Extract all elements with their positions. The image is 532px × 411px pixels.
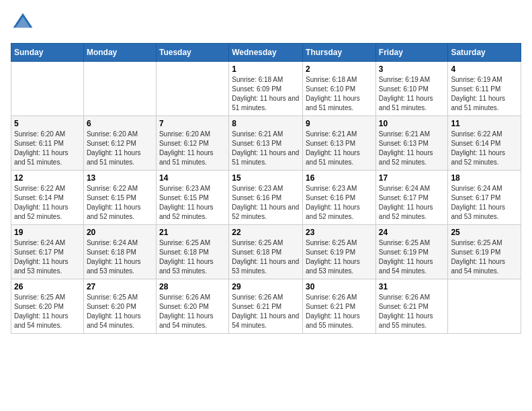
day-info: Sunrise: 6:21 AM Sunset: 6:13 PM Dayligh…	[232, 130, 300, 167]
day-number: 14	[159, 173, 226, 183]
day-number: 30	[306, 282, 373, 291]
page-header	[11, 11, 521, 35]
day-info: Sunrise: 6:25 AM Sunset: 6:20 PM Dayligh…	[87, 293, 153, 330]
day-cell: 22Sunrise: 6:25 AM Sunset: 6:18 PM Dayli…	[229, 225, 303, 279]
day-number: 3	[379, 64, 445, 74]
logo-icon	[11, 11, 35, 35]
day-info: Sunrise: 6:24 AM Sunset: 6:17 PM Dayligh…	[451, 184, 518, 222]
day-number: 2	[306, 64, 373, 74]
day-cell: 29Sunrise: 6:26 AM Sunset: 6:21 PM Dayli…	[229, 279, 303, 334]
day-info: Sunrise: 6:22 AM Sunset: 6:15 PM Dayligh…	[87, 184, 153, 222]
day-info: Sunrise: 6:23 AM Sunset: 6:16 PM Dayligh…	[232, 184, 300, 222]
day-number: 31	[379, 282, 445, 291]
day-info: Sunrise: 6:26 AM Sunset: 6:21 PM Dayligh…	[379, 293, 445, 330]
day-number: 5	[14, 119, 81, 128]
day-number: 26	[14, 282, 81, 291]
day-number: 13	[87, 173, 153, 183]
day-number: 4	[451, 64, 518, 74]
week-row-1: 1Sunrise: 6:18 AM Sunset: 6:09 PM Daylig…	[11, 62, 521, 116]
day-info: Sunrise: 6:21 AM Sunset: 6:13 PM Dayligh…	[306, 130, 373, 167]
header-row: SundayMondayTuesdayWednesdayThursdayFrid…	[11, 44, 521, 62]
day-number: 1	[232, 64, 300, 74]
day-info: Sunrise: 6:26 AM Sunset: 6:21 PM Dayligh…	[232, 293, 300, 330]
day-number: 21	[159, 228, 226, 237]
day-cell: 16Sunrise: 6:23 AM Sunset: 6:16 PM Dayli…	[303, 171, 376, 225]
day-cell: 1Sunrise: 6:18 AM Sunset: 6:09 PM Daylig…	[229, 62, 303, 116]
day-info: Sunrise: 6:20 AM Sunset: 6:12 PM Dayligh…	[87, 130, 153, 167]
day-number: 23	[306, 228, 373, 237]
day-info: Sunrise: 6:22 AM Sunset: 6:14 PM Dayligh…	[451, 130, 518, 167]
day-number: 17	[379, 173, 445, 183]
day-info: Sunrise: 6:25 AM Sunset: 6:19 PM Dayligh…	[306, 238, 373, 276]
day-cell: 26Sunrise: 6:25 AM Sunset: 6:20 PM Dayli…	[11, 279, 84, 334]
day-info: Sunrise: 6:23 AM Sunset: 6:16 PM Dayligh…	[306, 184, 373, 222]
day-number: 16	[306, 173, 373, 183]
calendar-table: SundayMondayTuesdayWednesdayThursdayFrid…	[11, 43, 521, 334]
day-cell: 10Sunrise: 6:21 AM Sunset: 6:13 PM Dayli…	[375, 116, 448, 171]
day-cell: 15Sunrise: 6:23 AM Sunset: 6:16 PM Dayli…	[229, 171, 303, 225]
day-cell: 17Sunrise: 6:24 AM Sunset: 6:17 PM Dayli…	[375, 171, 448, 225]
day-info: Sunrise: 6:25 AM Sunset: 6:18 PM Dayligh…	[159, 238, 226, 276]
day-info: Sunrise: 6:20 AM Sunset: 6:11 PM Dayligh…	[14, 130, 81, 167]
week-row-4: 19Sunrise: 6:24 AM Sunset: 6:17 PM Dayli…	[11, 225, 521, 279]
day-info: Sunrise: 6:25 AM Sunset: 6:20 PM Dayligh…	[14, 293, 81, 330]
day-info: Sunrise: 6:22 AM Sunset: 6:14 PM Dayligh…	[14, 184, 81, 222]
day-number: 15	[232, 173, 300, 183]
day-cell: 11Sunrise: 6:22 AM Sunset: 6:14 PM Dayli…	[448, 116, 521, 171]
col-header-wednesday: Wednesday	[229, 44, 303, 62]
logo	[11, 11, 38, 35]
day-number: 20	[87, 228, 153, 237]
day-info: Sunrise: 6:25 AM Sunset: 6:18 PM Dayligh…	[232, 238, 300, 276]
day-info: Sunrise: 6:24 AM Sunset: 6:18 PM Dayligh…	[87, 238, 153, 276]
day-cell	[11, 62, 84, 116]
day-number: 9	[306, 119, 373, 128]
day-cell: 7Sunrise: 6:20 AM Sunset: 6:12 PM Daylig…	[156, 116, 228, 171]
week-row-5: 26Sunrise: 6:25 AM Sunset: 6:20 PM Dayli…	[11, 279, 521, 334]
day-info: Sunrise: 6:23 AM Sunset: 6:15 PM Dayligh…	[159, 184, 226, 222]
day-cell: 25Sunrise: 6:25 AM Sunset: 6:19 PM Dayli…	[448, 225, 521, 279]
day-info: Sunrise: 6:18 AM Sunset: 6:09 PM Dayligh…	[232, 75, 300, 113]
day-cell: 20Sunrise: 6:24 AM Sunset: 6:18 PM Dayli…	[83, 225, 156, 279]
col-header-friday: Friday	[375, 44, 448, 62]
day-number: 7	[159, 119, 226, 128]
day-cell: 4Sunrise: 6:19 AM Sunset: 6:11 PM Daylig…	[448, 62, 521, 116]
day-cell	[156, 62, 228, 116]
day-info: Sunrise: 6:25 AM Sunset: 6:19 PM Dayligh…	[379, 238, 445, 276]
day-number: 10	[379, 119, 445, 128]
day-cell: 27Sunrise: 6:25 AM Sunset: 6:20 PM Dayli…	[83, 279, 156, 334]
day-number: 24	[379, 228, 445, 237]
day-number: 25	[451, 228, 518, 237]
day-info: Sunrise: 6:24 AM Sunset: 6:17 PM Dayligh…	[14, 238, 81, 276]
day-cell: 12Sunrise: 6:22 AM Sunset: 6:14 PM Dayli…	[11, 171, 84, 225]
day-cell: 5Sunrise: 6:20 AM Sunset: 6:11 PM Daylig…	[11, 116, 84, 171]
day-cell: 18Sunrise: 6:24 AM Sunset: 6:17 PM Dayli…	[448, 171, 521, 225]
day-info: Sunrise: 6:19 AM Sunset: 6:11 PM Dayligh…	[451, 75, 518, 113]
col-header-thursday: Thursday	[303, 44, 376, 62]
day-number: 8	[232, 119, 300, 128]
col-header-sunday: Sunday	[11, 44, 84, 62]
day-number: 12	[14, 173, 81, 183]
day-info: Sunrise: 6:26 AM Sunset: 6:21 PM Dayligh…	[306, 293, 373, 330]
day-number: 27	[87, 282, 153, 291]
day-info: Sunrise: 6:19 AM Sunset: 6:10 PM Dayligh…	[379, 75, 445, 113]
day-cell: 28Sunrise: 6:26 AM Sunset: 6:20 PM Dayli…	[156, 279, 228, 334]
day-cell: 13Sunrise: 6:22 AM Sunset: 6:15 PM Dayli…	[83, 171, 156, 225]
day-cell: 8Sunrise: 6:21 AM Sunset: 6:13 PM Daylig…	[229, 116, 303, 171]
day-cell: 30Sunrise: 6:26 AM Sunset: 6:21 PM Dayli…	[303, 279, 376, 334]
day-cell: 19Sunrise: 6:24 AM Sunset: 6:17 PM Dayli…	[11, 225, 84, 279]
week-row-2: 5Sunrise: 6:20 AM Sunset: 6:11 PM Daylig…	[11, 116, 521, 171]
day-cell	[83, 62, 156, 116]
day-info: Sunrise: 6:20 AM Sunset: 6:12 PM Dayligh…	[159, 130, 226, 167]
col-header-saturday: Saturday	[448, 44, 521, 62]
day-number: 22	[232, 228, 300, 237]
day-number: 29	[232, 282, 300, 291]
day-cell: 3Sunrise: 6:19 AM Sunset: 6:10 PM Daylig…	[375, 62, 448, 116]
day-number: 19	[14, 228, 81, 237]
day-number: 28	[159, 282, 226, 291]
day-cell: 9Sunrise: 6:21 AM Sunset: 6:13 PM Daylig…	[303, 116, 376, 171]
day-cell: 6Sunrise: 6:20 AM Sunset: 6:12 PM Daylig…	[83, 116, 156, 171]
week-row-3: 12Sunrise: 6:22 AM Sunset: 6:14 PM Dayli…	[11, 171, 521, 225]
day-cell: 2Sunrise: 6:18 AM Sunset: 6:10 PM Daylig…	[303, 62, 376, 116]
day-info: Sunrise: 6:18 AM Sunset: 6:10 PM Dayligh…	[306, 75, 373, 113]
day-info: Sunrise: 6:26 AM Sunset: 6:20 PM Dayligh…	[159, 293, 226, 330]
